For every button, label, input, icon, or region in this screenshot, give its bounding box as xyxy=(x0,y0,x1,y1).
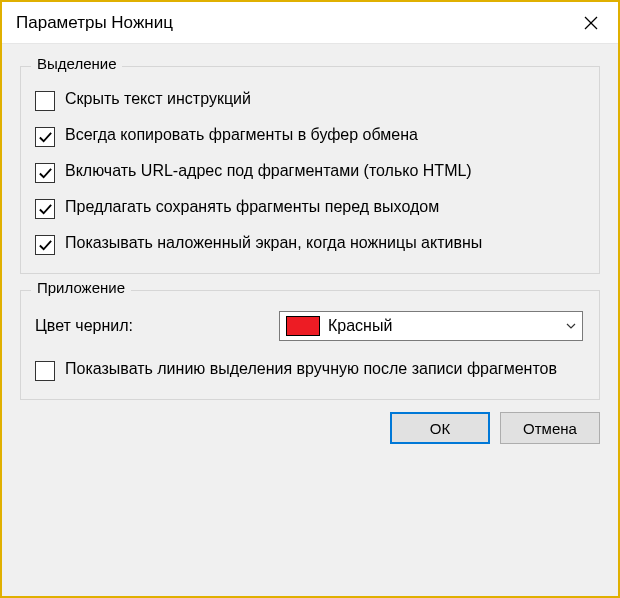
color-swatch xyxy=(286,316,320,336)
checkbox-copy-clipboard[interactable] xyxy=(35,127,55,147)
group-application: Приложение Цвет чернил: Красный Показыва… xyxy=(20,290,600,400)
checkbox-hide-instructions[interactable] xyxy=(35,91,55,111)
check-icon xyxy=(38,238,53,253)
ink-color-row: Цвет чернил: Красный xyxy=(35,311,585,341)
ok-button[interactable]: ОК xyxy=(390,412,490,444)
label-show-overlay: Показывать наложенный экран, когда ножни… xyxy=(65,233,482,254)
dialog-window: Параметры Ножниц Выделение Скрыть текст … xyxy=(0,0,620,598)
dialog-title: Параметры Ножниц xyxy=(16,13,173,33)
ink-color-label: Цвет чернил: xyxy=(35,317,265,335)
group-application-title: Приложение xyxy=(31,279,131,296)
group-selection-title: Выделение xyxy=(31,55,122,72)
close-button[interactable] xyxy=(568,5,614,41)
option-hide-instructions[interactable]: Скрыть текст инструкций xyxy=(35,89,585,111)
option-show-overlay[interactable]: Показывать наложенный экран, когда ножни… xyxy=(35,233,585,255)
check-icon xyxy=(38,130,53,145)
label-prompt-save: Предлагать сохранять фрагменты перед вых… xyxy=(65,197,439,218)
dialog-buttons: ОК Отмена xyxy=(20,400,600,444)
label-hide-instructions: Скрыть текст инструкций xyxy=(65,89,251,110)
ink-color-select[interactable]: Красный xyxy=(279,311,583,341)
label-show-selection-line: Показывать линию выделения вручную после… xyxy=(65,359,557,380)
check-icon xyxy=(38,202,53,217)
option-include-url[interactable]: Включать URL-адрес под фрагментами (толь… xyxy=(35,161,585,183)
checkbox-include-url[interactable] xyxy=(35,163,55,183)
check-icon xyxy=(38,166,53,181)
titlebar: Параметры Ножниц xyxy=(2,2,618,44)
label-copy-clipboard: Всегда копировать фрагменты в буфер обме… xyxy=(65,125,418,146)
group-selection: Выделение Скрыть текст инструкций Всегда… xyxy=(20,66,600,274)
chevron-down-icon xyxy=(560,323,582,329)
option-copy-clipboard[interactable]: Всегда копировать фрагменты в буфер обме… xyxy=(35,125,585,147)
checkbox-prompt-save[interactable] xyxy=(35,199,55,219)
ink-color-value: Красный xyxy=(328,317,560,335)
dialog-content: Выделение Скрыть текст инструкций Всегда… xyxy=(2,44,618,596)
option-show-selection-line[interactable]: Показывать линию выделения вручную после… xyxy=(35,359,585,381)
cancel-button[interactable]: Отмена xyxy=(500,412,600,444)
label-include-url: Включать URL-адрес под фрагментами (толь… xyxy=(65,161,472,182)
close-icon xyxy=(584,16,598,30)
checkbox-show-overlay[interactable] xyxy=(35,235,55,255)
option-prompt-save[interactable]: Предлагать сохранять фрагменты перед вых… xyxy=(35,197,585,219)
checkbox-show-selection-line[interactable] xyxy=(35,361,55,381)
